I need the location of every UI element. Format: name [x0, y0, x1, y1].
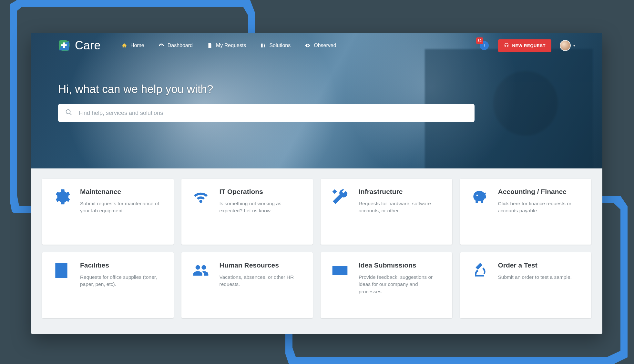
nav-solutions[interactable]: Solutions — [260, 43, 291, 48]
card-desc: Vacations, absences, or other HR request… — [220, 274, 304, 288]
app-window: Care Home Dashboard My Requests — [31, 33, 602, 334]
search-bar[interactable] — [58, 104, 475, 122]
microscope-icon — [469, 261, 490, 281]
card-title: Maintenance — [80, 188, 165, 196]
building-icon — [51, 261, 72, 281]
card-order-a-test[interactable]: Order a Test Submit an order to test a s… — [460, 252, 592, 318]
card-accounting-finance[interactable]: Accounting / Finance Click here for fina… — [460, 179, 592, 245]
card-desc: Submit an order to test a sample. — [498, 274, 572, 281]
gear-icon — [51, 188, 72, 207]
category-grid: Maintenance Submit requests for maintena… — [31, 168, 602, 329]
nav-label: Dashboard — [168, 43, 193, 48]
hero-title: Hi, what can we help you with? — [58, 83, 575, 96]
gauge-icon — [158, 43, 164, 48]
nav-observed[interactable]: Observed — [305, 43, 336, 48]
wifi-icon — [190, 188, 211, 207]
nav-right-cluster: 32 NEW REQUEST ▾ — [479, 39, 575, 52]
brand-name: Care — [75, 39, 101, 52]
card-facilities[interactable]: Facilities Requests for office supplies … — [42, 252, 174, 318]
nav-label: Solutions — [269, 43, 291, 48]
brand-logo-icon — [58, 39, 70, 52]
notifications-button[interactable]: 32 — [479, 40, 490, 51]
headset-icon — [504, 43, 509, 49]
avatar — [560, 40, 571, 51]
svg-rect-4 — [484, 46, 484, 47]
tools-icon — [330, 188, 350, 207]
keyboard-icon — [330, 261, 350, 281]
card-title: Infrastructure — [359, 188, 443, 196]
home-icon — [121, 43, 127, 48]
card-human-resources[interactable]: Human Resources Vacations, absences, or … — [181, 252, 313, 318]
notifications-badge: 32 — [476, 37, 483, 44]
svg-rect-1 — [61, 44, 67, 46]
svg-rect-3 — [484, 44, 484, 46]
card-desc: Click here for finance requests or accou… — [498, 200, 583, 215]
card-title: Idea Submissions — [359, 261, 443, 269]
eye-icon — [305, 43, 311, 48]
card-title: Facilities — [80, 261, 165, 269]
card-title: Accounting / Finance — [498, 188, 583, 196]
nav-label: Home — [130, 43, 144, 48]
brand[interactable]: Care — [58, 39, 101, 52]
nav-label: My Requests — [216, 43, 246, 48]
card-it-operations[interactable]: IT Operations Is something not working a… — [181, 179, 313, 245]
card-desc: Requests for hardware, software accounts… — [359, 200, 443, 215]
nav-items: Home Dashboard My Requests Solutions — [121, 43, 336, 48]
users-icon — [190, 261, 211, 281]
card-maintenance[interactable]: Maintenance Submit requests for maintena… — [42, 179, 174, 245]
nav-dashboard[interactable]: Dashboard — [158, 43, 193, 48]
card-desc: Submit requests for maintenance of your … — [80, 200, 165, 215]
piggy-icon — [469, 188, 490, 207]
library-icon — [260, 43, 266, 48]
top-nav: Care Home Dashboard My Requests — [58, 33, 575, 58]
card-infrastructure[interactable]: Infrastructure Requests for hardware, so… — [321, 179, 452, 245]
card-title: Human Resources — [220, 261, 304, 269]
new-request-label: NEW REQUEST — [512, 43, 546, 48]
card-idea-submissions[interactable]: Idea Submissions Provide feedback, sugge… — [321, 252, 452, 318]
search-icon — [65, 109, 72, 117]
nav-label: Observed — [314, 43, 336, 48]
user-menu[interactable]: ▾ — [560, 40, 575, 51]
card-desc: Provide feedback, suggestions or ideas f… — [359, 274, 443, 295]
chevron-down-icon: ▾ — [573, 44, 575, 48]
card-desc: Requests for office supplies (toner, pap… — [80, 274, 165, 288]
document-icon — [207, 43, 213, 48]
nav-my-requests[interactable]: My Requests — [207, 43, 246, 48]
card-title: Order a Test — [498, 261, 572, 269]
card-desc: Is something not working as expected? Le… — [220, 200, 304, 215]
card-title: IT Operations — [220, 188, 304, 196]
nav-home[interactable]: Home — [121, 43, 144, 48]
search-input[interactable] — [78, 109, 467, 117]
new-request-button[interactable]: NEW REQUEST — [498, 39, 551, 52]
hero-banner: Care Home Dashboard My Requests — [31, 33, 602, 168]
